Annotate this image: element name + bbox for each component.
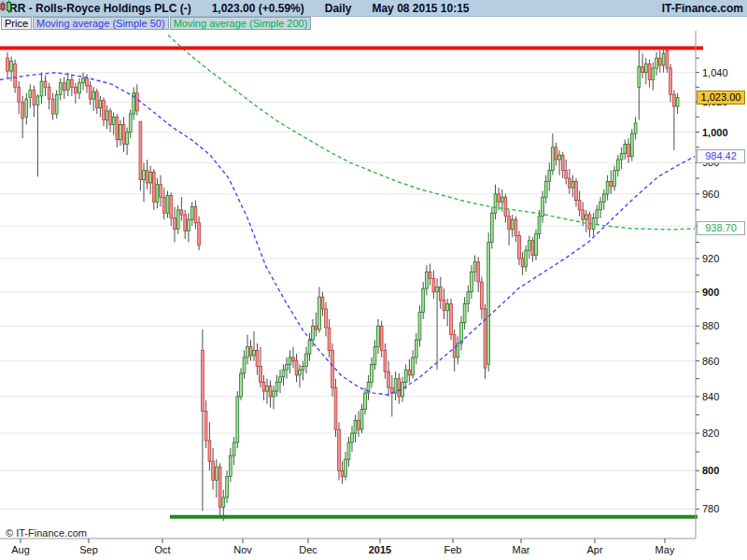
chart-window: RR - Rolls-Royce Holdings PLC (-) 1,023.… (0, 0, 747, 560)
candle-body (166, 196, 169, 214)
candle-body (394, 379, 397, 393)
candle-body (558, 155, 561, 160)
candle-body (18, 87, 21, 102)
y-axis-label: 1,040 (702, 67, 728, 78)
candle-body (146, 171, 148, 183)
candle-body (364, 393, 367, 410)
candle-body (194, 207, 197, 223)
candle-body (380, 326, 383, 350)
candle-body (36, 96, 39, 105)
candle-body (262, 383, 265, 392)
candle-body (374, 347, 376, 365)
candle-body (371, 365, 374, 383)
candle-body (377, 326, 380, 346)
candle-body (528, 241, 530, 251)
candle-body (548, 171, 551, 182)
candle-body (75, 87, 78, 92)
y-axis-label: 800 (702, 465, 719, 476)
candle-body (347, 442, 350, 459)
y-axis: 1,0401,0201,0009809609409209008808608408… (696, 58, 728, 514)
candle-body (289, 357, 291, 365)
candle-body (286, 365, 289, 371)
candle-body (500, 197, 503, 202)
candle-body (345, 459, 347, 476)
candle-body (256, 350, 259, 366)
candle-body (99, 101, 102, 108)
candle-body (613, 171, 616, 187)
candle-body (627, 145, 630, 157)
candle-body (471, 272, 473, 292)
candle-body (652, 68, 655, 80)
candle-body (638, 67, 641, 88)
y-axis-label: 1,000 (702, 127, 728, 138)
candle-body (233, 442, 235, 455)
candle-body (351, 433, 354, 442)
candle-body (253, 350, 256, 356)
ma50-value-tag: 984.42 (697, 149, 745, 163)
candle-body (588, 215, 591, 230)
candle-body (308, 340, 311, 354)
x-axis-label: 2015 (369, 544, 391, 555)
candle-body (439, 287, 442, 301)
price-chart-canvas[interactable]: 1,0401,0201,0009809609409209008808608408… (0, 0, 747, 560)
candle-body (109, 111, 112, 124)
candle-body (418, 313, 421, 341)
candle-body (624, 145, 627, 154)
x-axis-label: Sep (79, 544, 98, 555)
candle-body (538, 217, 541, 234)
candle-body (360, 410, 363, 430)
candle-body (453, 335, 456, 357)
candle-body (658, 58, 661, 65)
candle-body (432, 278, 435, 291)
candle-body (236, 397, 239, 442)
candle-body (616, 160, 619, 171)
candle-body (487, 243, 490, 365)
candle-body (331, 350, 334, 387)
candle-body (535, 234, 538, 256)
x-axis-label: Feb (444, 544, 462, 555)
candle-body (275, 383, 278, 392)
candle-body (328, 328, 331, 350)
x-axis-label: May (655, 544, 675, 555)
candle-body (176, 210, 179, 230)
candle-body (655, 58, 658, 68)
candle-body (473, 262, 476, 273)
candle-body (606, 181, 609, 194)
candle-body (531, 241, 534, 256)
x-axis-label: Nov (233, 544, 252, 555)
candle-body (498, 194, 500, 203)
candle-body (490, 213, 493, 242)
candle-body (174, 218, 176, 230)
x-axis-label: Mar (513, 544, 530, 555)
candle-body (10, 61, 13, 71)
candle-body (184, 215, 187, 231)
candle-body (295, 361, 298, 375)
candle-body (384, 350, 387, 371)
candle-body (48, 87, 50, 99)
candle-body (89, 86, 92, 99)
candle-body (299, 370, 302, 375)
last-price-tag: 1,023.00 (697, 91, 745, 105)
candle-body (641, 67, 644, 73)
candle-body (156, 185, 159, 203)
candle-body (565, 171, 568, 178)
candle-body (222, 497, 225, 507)
candle-body (66, 80, 69, 91)
y-axis-label: 780 (702, 503, 719, 514)
candle-body (149, 172, 152, 183)
candle-body (542, 197, 544, 217)
candle-body (648, 63, 651, 79)
x-axis-label: Aug (11, 544, 30, 555)
ma200-value-tag: 938.70 (697, 221, 745, 235)
candle-body (273, 391, 275, 397)
candle-body (666, 50, 669, 68)
candle-body (481, 282, 484, 309)
candle-body (208, 441, 211, 461)
candle-body (460, 323, 463, 343)
candle-body (218, 467, 221, 507)
candle-body (422, 288, 425, 312)
candle-body (504, 197, 507, 217)
candle-body (568, 178, 571, 188)
candle-body (325, 309, 328, 328)
y-axis-label: 820 (702, 427, 719, 439)
